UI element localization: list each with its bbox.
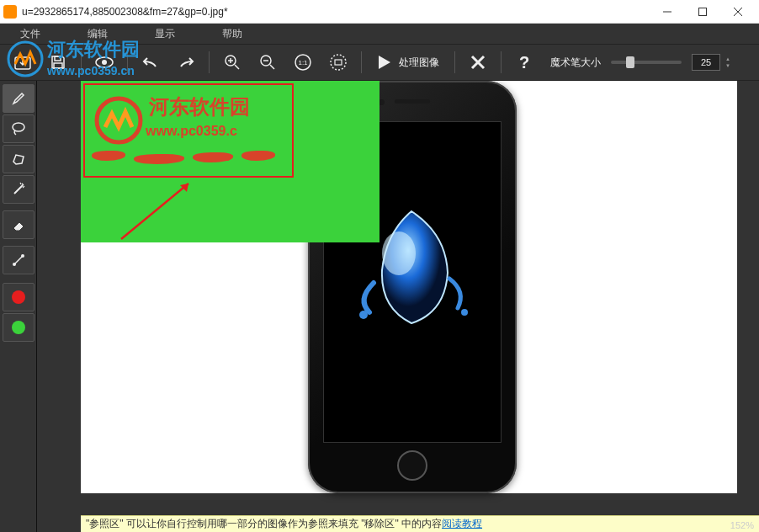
svg-point-30 [359,311,368,319]
save-button[interactable] [42,47,74,77]
canvas-watermark-icon [93,95,144,146]
svg-rect-1 [699,8,707,15]
svg-point-19 [331,55,346,70]
tool-sidebar [0,81,37,532]
canvas-area: 河东软件园 www.pc0359.c "参照区" 可以让你自行控制用哪一部分的图… [37,81,759,532]
svg-line-11 [235,65,239,69]
remove-selection: 河东软件园 www.pc0359.c [83,83,294,178]
cancel-button[interactable] [462,47,494,77]
green-dot-icon [12,321,25,334]
reference-color-button[interactable] [3,313,34,342]
undo-button[interactable] [135,47,167,77]
svg-text:?: ? [519,54,529,71]
canvas-watermark-title: 河东软件园 [149,93,250,120]
menu-help[interactable]: 帮助 [215,25,249,43]
remove-color-button[interactable] [3,283,34,311]
window-title: u=2932865174,885002308&fm=27&gp=0.jpg* [22,6,650,18]
svg-line-33 [121,184,188,239]
pen-size-value[interactable]: 25 [692,54,720,71]
menubar: 文件 编辑 显示 帮助 [0,24,759,44]
zoom-in-button[interactable] [216,47,248,77]
pen-size-stepper[interactable]: ▲▼ [725,56,730,69]
step-down-icon[interactable]: ▼ [725,62,730,69]
process-button[interactable]: 处理图像 [369,47,448,77]
slider-thumb[interactable] [626,56,634,68]
step-up-icon[interactable]: ▲ [725,56,730,62]
maximize-button[interactable] [685,1,720,23]
svg-rect-7 [54,63,62,68]
canvas-watermark-url: www.pc0359.c [146,124,237,139]
svg-point-24 [13,123,24,131]
app-icon [3,5,17,19]
annotation-arrow-icon [111,173,204,249]
svg-point-9 [102,60,107,65]
open-button[interactable] [7,47,39,77]
svg-line-25 [14,185,23,194]
zoom-actual-button[interactable]: 1:1 [287,47,319,77]
red-dot-icon [12,290,25,304]
process-label: 处理图像 [399,56,439,70]
svg-line-15 [270,65,274,69]
magic-wand-tool[interactable] [3,175,34,204]
svg-text:1:1: 1:1 [298,59,308,66]
help-button[interactable]: ? [508,47,540,77]
status-text: "参照区" 可以让你自行控制用哪一部分的图像作为参照来填充 "移除区" 中的内容 [86,517,442,531]
status-bar: "参照区" 可以让你自行控制用哪一部分的图像作为参照来填充 "移除区" 中的内容… [81,515,759,532]
svg-point-32 [97,98,141,142]
play-icon [377,54,392,71]
menu-edit[interactable]: 编辑 [81,25,114,43]
zoom-level: 152% [730,520,754,530]
lasso-tool[interactable] [3,114,34,143]
svg-rect-6 [55,56,61,61]
svg-point-31 [461,309,468,316]
brush-tool[interactable] [3,84,34,113]
window-titlebar: u=2932865174,885002308&fm=27&gp=0.jpg* [0,0,759,24]
status-link[interactable]: 阅读教程 [442,517,482,531]
preview-button[interactable] [88,47,120,77]
eraser-tool[interactable] [3,210,34,239]
pen-size-label: 魔术笔大小 [550,56,601,70]
zoom-out-button[interactable] [252,47,284,77]
svg-line-28 [14,256,23,264]
image-canvas[interactable]: 河东软件园 www.pc0359.c [81,81,737,493]
svg-rect-20 [335,60,342,65]
minimize-button[interactable] [650,1,685,23]
zoom-fit-button[interactable] [322,47,354,77]
polygon-tool[interactable] [3,145,34,173]
svg-point-29 [382,231,416,275]
redo-button[interactable] [170,47,202,77]
line-tool[interactable] [3,246,34,274]
close-button[interactable] [720,1,756,23]
pen-size-slider[interactable] [611,61,682,64]
menu-view[interactable]: 显示 [148,25,182,43]
toolbar: 1:1 处理图像 ? 魔术笔大小 25 ▲▼ [0,44,759,81]
menu-file[interactable]: 文件 [13,25,47,43]
